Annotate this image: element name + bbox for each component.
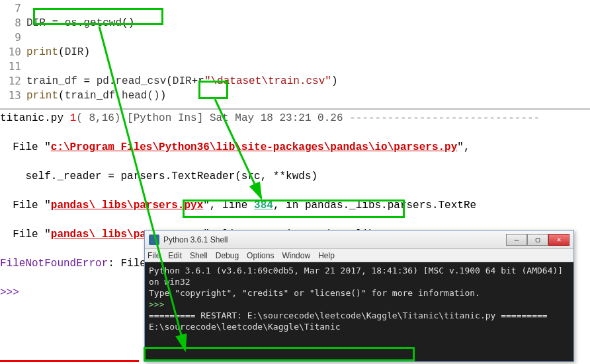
traceback-line: File "pandas\_libs\parsers.pyx", line 38…: [0, 198, 590, 213]
shell-titlebar[interactable]: Python 3.6.1 Shell — ▢ ✕: [145, 231, 573, 249]
code-content: DIR = os.getcwd(): [26, 16, 134, 30]
code-content: [26, 1, 33, 16]
code-content: train_df = pd.read_csv(DIR+r"\dataset\tr…: [26, 74, 338, 89]
line-number: 10: [0, 45, 26, 59]
maximize-button[interactable]: ▢: [527, 234, 548, 246]
code-line: 13 print(train_df.head()): [0, 89, 590, 103]
status-line: titanic.py 1( 8,16) [Python Ins] Sat May…: [0, 111, 590, 126]
line-number: 9: [0, 30, 26, 45]
code-line: 9: [0, 30, 590, 45]
line-number: 11: [0, 59, 26, 74]
line-number: 12: [0, 74, 26, 89]
traceback-line: File "c:\Program Files\Python36\lib\site…: [0, 140, 590, 155]
python-shell-window[interactable]: Python 3.6.1 Shell — ▢ ✕ File Edit Shell…: [144, 230, 574, 362]
line-number: 13: [0, 89, 26, 103]
minimize-button[interactable]: —: [506, 234, 527, 246]
window-controls: — ▢ ✕: [506, 234, 569, 246]
menu-options[interactable]: Options: [247, 251, 274, 260]
shell-menubar: File Edit Shell Debug Options Window Hel…: [145, 249, 573, 262]
code-content: [26, 30, 33, 45]
python-icon: [149, 235, 159, 245]
menu-help[interactable]: Help: [318, 251, 335, 260]
menu-edit[interactable]: Edit: [168, 251, 182, 260]
code-editor[interactable]: 7 8 DIR = os.getcwd() 9 10 print(DIR) 11…: [0, 0, 590, 104]
menu-window[interactable]: Window: [282, 251, 310, 260]
menu-debug[interactable]: Debug: [216, 251, 239, 260]
menu-shell[interactable]: Shell: [190, 251, 208, 260]
window-title: Python 3.6.1 Shell: [163, 235, 506, 244]
code-line: 11: [0, 59, 590, 74]
code-line: 7: [0, 1, 590, 16]
traceback-line: self._reader = parsers.TextReader(src, *…: [0, 169, 590, 184]
divider: [0, 108, 590, 110]
code-content: print(DIR): [26, 45, 90, 59]
shell-output[interactable]: Python 3.6.1 (v3.6.1:69c0db5, Mar 21 201…: [145, 262, 573, 361]
annotation-line: [0, 360, 139, 362]
close-button[interactable]: ✕: [548, 234, 569, 246]
code-line: 8 DIR = os.getcwd(): [0, 16, 590, 30]
line-number: 7: [0, 1, 26, 16]
code-content: [26, 59, 33, 74]
line-number: 8: [0, 16, 26, 30]
code-line: 12 train_df = pd.read_csv(DIR+r"\dataset…: [0, 74, 590, 89]
code-line: 10 print(DIR): [0, 45, 590, 59]
code-content: print(train_df.head()): [26, 89, 166, 103]
menu-file[interactable]: File: [148, 251, 160, 260]
